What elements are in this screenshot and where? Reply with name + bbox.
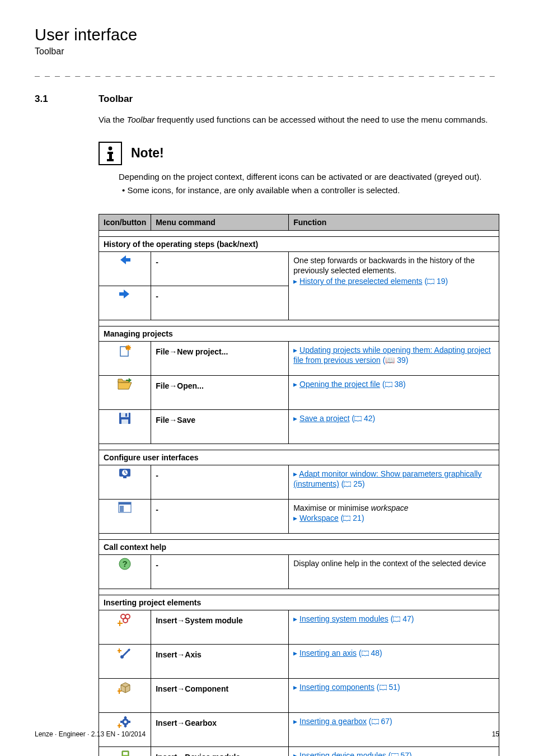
link-open[interactable]: Opening the project file	[299, 380, 380, 389]
fn-new: ▸ Updating projects while opening them: …	[289, 341, 499, 375]
fn-sysmod: ▸ Inserting system modules ( 47)	[289, 610, 499, 644]
axis-icon	[99, 644, 151, 678]
page-title: User interface	[35, 26, 499, 44]
cmd-gear: Insert→Gearbox	[151, 712, 289, 746]
fn-devmod: ▸ Inserting device modules ( 57)	[289, 746, 499, 756]
fn-axis: ▸ Inserting an axis ( 48)	[289, 644, 499, 678]
group-inserting: Inserting project elements	[99, 595, 499, 610]
svg-point-28	[120, 655, 124, 659]
link-devmod[interactable]: Inserting device modules	[299, 751, 386, 757]
separator: _ _ _ _ _ _ _ _ _ _ _ _ _ _ _ _ _ _ _ _ …	[35, 67, 499, 77]
cmd-comp: Insert→Component	[151, 678, 289, 712]
system-module-icon	[99, 610, 151, 644]
monitor-icon	[99, 465, 151, 499]
open-icon	[99, 375, 151, 409]
page-subtitle: Toolbar	[35, 46, 499, 57]
group-help: Call context help	[99, 539, 499, 554]
component-icon	[99, 678, 151, 712]
section-number: 3.1	[35, 94, 99, 756]
link-axis[interactable]: Inserting an axis	[299, 648, 357, 657]
section-intro: Via the Toolbar frequently used function…	[99, 114, 499, 126]
fn-save: ▸ Save a project ( 42)	[289, 409, 499, 444]
svg-rect-11	[121, 413, 129, 417]
svg-point-0	[109, 146, 113, 150]
new-project-icon	[99, 341, 151, 375]
cmd-workspace: -	[151, 499, 289, 533]
link-gear[interactable]: Inserting a gearbox	[299, 717, 367, 726]
toolbar-table: Icon/button Menu command Function Histor…	[99, 214, 499, 757]
fn-open: ▸ Opening the project file ( 38)	[289, 375, 499, 409]
svg-text:?: ?	[123, 559, 128, 568]
svg-rect-19	[120, 506, 124, 512]
svg-rect-18	[119, 502, 131, 505]
svg-rect-12	[125, 413, 127, 417]
fn-comp: ▸ Inserting components ( 51)	[289, 678, 499, 712]
cmd-devmod: Insert→Device module	[151, 746, 289, 756]
svg-rect-13	[121, 419, 128, 424]
fn-help: Display online help in the context of th…	[289, 554, 499, 589]
col-fn-header: Function	[289, 214, 499, 230]
col-cmd-header: Menu command	[151, 214, 289, 230]
cmd-monitor: -	[151, 465, 289, 499]
back-arrow-icon	[99, 251, 151, 286]
fn-monitor: ▸ Adapt monitor window: Show parameters …	[289, 465, 499, 499]
note-body: Depending on the project context, differ…	[119, 171, 499, 183]
cmd-sysmod: Insert→System module	[151, 610, 289, 644]
footer-page-number: 15	[492, 730, 499, 738]
forward-arrow-icon	[99, 286, 151, 320]
cmd-save: File→Save	[151, 409, 289, 444]
cmd-back: -	[151, 251, 289, 286]
link-workspace[interactable]: Workspace	[299, 514, 339, 522]
cmd-new: File→New project...	[151, 341, 289, 375]
note-title: Note!	[131, 146, 164, 161]
footer-left: Lenze · Engineer · 2.13 EN - 10/2014	[35, 730, 146, 738]
fn-workspace: Maximise or minimise workspace ▸ Workspa…	[289, 499, 499, 533]
svg-point-24	[123, 618, 128, 623]
fn-gear: ▸ Inserting a gearbox ( 67)	[289, 712, 499, 746]
svg-rect-37	[128, 721, 130, 723]
help-icon: ?	[99, 554, 151, 589]
link-comp[interactable]: Inserting components	[299, 683, 374, 692]
cmd-forward: -	[151, 286, 289, 320]
svg-rect-36	[120, 721, 123, 723]
section-heading: Toolbar	[99, 94, 499, 105]
fn-history: One step forwards or backwards in the hi…	[289, 251, 499, 320]
svg-point-40	[124, 720, 127, 723]
group-interfaces: Configure user interfaces	[99, 450, 499, 465]
group-history: History of the operating steps (back/nex…	[99, 236, 499, 251]
workspace-icon	[99, 499, 151, 533]
col-icon-header: Icon/button	[99, 214, 151, 230]
note-bullet: Some icons, for instance, are only avail…	[122, 185, 499, 195]
group-projects: Managing projects	[99, 326, 499, 341]
gearbox-icon	[99, 712, 151, 746]
svg-rect-2	[109, 152, 112, 159]
cmd-open: File→Open...	[151, 375, 289, 409]
save-icon	[99, 409, 151, 444]
cmd-axis: Insert→Axis	[151, 644, 289, 678]
link-sysmod[interactable]: Inserting system modules	[299, 614, 388, 623]
svg-rect-16	[123, 477, 127, 478]
svg-rect-3	[107, 159, 114, 161]
cmd-help: -	[151, 554, 289, 589]
link-history[interactable]: History of the preselected elements	[299, 277, 422, 286]
info-icon	[99, 142, 122, 165]
link-monitor[interactable]: Adapt monitor window: Show parameters gr…	[293, 469, 481, 489]
svg-rect-44	[123, 752, 128, 755]
link-save[interactable]: Save a project	[299, 414, 350, 423]
device-module-icon	[99, 746, 151, 756]
